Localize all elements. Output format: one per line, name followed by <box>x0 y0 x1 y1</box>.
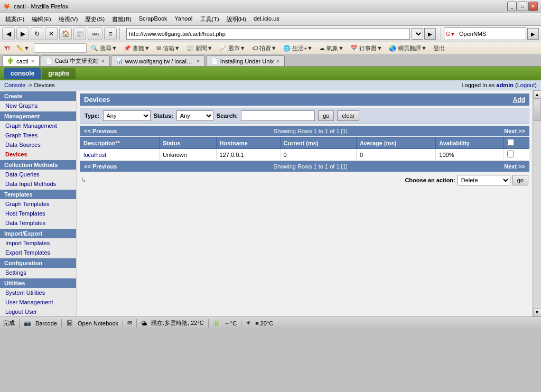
sidebar-item-import-templates[interactable]: Import Templates <box>0 238 76 248</box>
maximize-button[interactable]: □ <box>518 2 527 11</box>
menu-edit[interactable]: 編輯(E) <box>29 14 54 24</box>
prev-page-top[interactable]: << Previous <box>84 128 117 134</box>
tab-close-cacti[interactable]: ✕ <box>31 59 35 64</box>
add-device-link[interactable]: Add <box>513 96 525 104</box>
top-pager-row: << Previous Showing Rows 1 to 1 of 1 [1]… <box>80 126 529 136</box>
yahoo-calendar[interactable]: 📅 行事曆▼ <box>348 44 385 53</box>
yahoo-toolbar: Y! ✏️▼ 🔍 搜尋▼ 📌 書籤▼ ✉ 信箱▼ 📰 新聞▼ 📈 股市▼ 🏷 拍… <box>0 42 541 54</box>
sidebar-item-graph-templates[interactable]: Graph Templates <box>0 199 76 209</box>
next-page-bottom[interactable]: Next >> <box>504 163 525 170</box>
yahoo-search-input[interactable] <box>34 43 87 53</box>
yahoo-search-btn[interactable]: 🔍 搜尋▼ <box>89 44 119 53</box>
yahoo-life[interactable]: 🌐 生活+▼ <box>281 44 315 53</box>
status-select[interactable]: Any <box>176 110 213 121</box>
table-row: localhost Unknown 127.0.0.1 0 0 100% <box>80 149 529 161</box>
scroll-up-arrow[interactable]: ▲ <box>533 90 542 99</box>
yahoo-news[interactable]: 📰 新聞▼ <box>184 44 215 53</box>
forward-button[interactable]: ▶ <box>16 27 29 40</box>
sidebar-item-host-templates[interactable]: Host Templates <box>0 209 76 218</box>
menu-scrapbook[interactable]: ScrapBook <box>136 14 171 24</box>
yahoo-logout[interactable]: 登出 <box>431 44 447 53</box>
tab-console[interactable]: console <box>4 68 41 79</box>
browser-tab-installing[interactable]: 📄 Installing Under Unix ✕ <box>206 55 285 66</box>
yahoo-y-button[interactable]: Y! <box>2 44 12 52</box>
sidebar-item-data-templates[interactable]: Data Templates <box>0 218 76 228</box>
search-filter-input[interactable] <box>241 110 315 121</box>
bottom-pager-row: << Previous Showing Rows 1 to 1 of 1 [1]… <box>80 161 529 172</box>
search-input[interactable] <box>457 28 526 40</box>
tab-close-installing[interactable]: ✕ <box>276 59 280 64</box>
sidebar-item-new-graphs[interactable]: New Graphs <box>0 101 76 110</box>
back-button[interactable]: ◀ <box>2 27 15 40</box>
yahoo-weather[interactable]: ☁ 氣象▼ <box>317 44 346 53</box>
sidebar-item-data-queries[interactable]: Data Queries <box>0 170 76 179</box>
browser-tab-cacti[interactable]: 🌵 cacti ✕ <box>2 55 40 66</box>
address-go-button[interactable]: ▶ <box>424 28 436 40</box>
menu-delicious[interactable]: del.icio.us <box>250 14 283 24</box>
yahoo-stocks[interactable]: 📈 股市▼ <box>217 44 248 53</box>
tab-close-pma[interactable]: ✕ <box>196 59 200 64</box>
stop-button[interactable]: ✕ <box>45 27 58 40</box>
sidebar-item-user-management[interactable]: User Management <box>0 297 76 307</box>
action-go-button[interactable]: go <box>512 175 528 185</box>
device-link-localhost[interactable]: localhost <box>83 152 106 158</box>
logout-link[interactable]: Logout <box>517 82 535 88</box>
sidebar-item-graph-trees[interactable]: Graph Trees <box>0 130 76 140</box>
row-checkbox-localhost[interactable] <box>507 151 514 157</box>
browser-tab-pma[interactable]: 📊 www.wolfgang.tw / localhost / cacti l … <box>111 55 205 66</box>
home-button[interactable]: 🏠 <box>59 27 72 40</box>
go-button[interactable]: go <box>318 110 334 121</box>
yahoo-auction[interactable]: 🏷 拍賣▼ <box>250 44 279 53</box>
menu-help[interactable]: 說明(H) <box>223 14 249 24</box>
sidebar-item-data-sources[interactable]: Data Sources <box>0 140 76 150</box>
sidebar-item-logout-user[interactable]: Logout User <box>0 307 76 316</box>
search-go-button[interactable]: ▶ <box>527 28 539 40</box>
tab-close-cacticn[interactable]: ✕ <box>101 59 105 64</box>
minimize-button[interactable]: _ <box>507 2 517 11</box>
clear-button[interactable]: clear <box>337 110 359 121</box>
yahoo-bookmarks[interactable]: 📌 書籤▼ <box>122 44 152 53</box>
vertical-scrollbar[interactable]: ▲ ▼ <box>533 90 541 316</box>
status-battery-val: ←°C <box>225 320 237 326</box>
sidebar-item-graph-management[interactable]: Graph Management <box>0 121 76 130</box>
select-all-checkbox[interactable] <box>507 139 514 146</box>
breadcrumb: Console -> Devices <box>4 82 55 88</box>
tag-button[interactable]: TAG <box>88 27 102 40</box>
type-select[interactable]: Any <box>103 110 151 121</box>
browser-tab-cacti-cn[interactable]: 📄 Cacti 中文研究站 ✕ <box>41 55 110 66</box>
yahoo-mail[interactable]: ✉ 信箱▼ <box>154 44 182 53</box>
sidebar-item-system-utilities[interactable]: System Utilities <box>0 288 76 297</box>
list-button[interactable]: ≡ <box>104 27 117 40</box>
address-input[interactable] <box>126 28 410 40</box>
status-sep-6 <box>241 319 241 328</box>
yahoo-pencil[interactable]: ✏️▼ <box>14 44 32 52</box>
scroll-down-arrow[interactable]: ▼ <box>533 308 542 316</box>
breadcrumb-console-link[interactable]: Console <box>4 82 25 88</box>
scroll-thumb[interactable] <box>534 100 541 121</box>
sidebar-item-data-input-methods[interactable]: Data Input Methods <box>0 179 76 189</box>
search-label: Search: <box>217 113 238 119</box>
reload-button[interactable]: ↻ <box>31 27 43 40</box>
status-notebook: Open Notebook <box>78 320 118 326</box>
bookmark-button[interactable]: 📰 <box>73 27 86 40</box>
scroll-track[interactable] <box>534 99 541 308</box>
yahoo-translate[interactable]: 🌏 網頁翻譯▼ <box>387 44 429 53</box>
menu-tools[interactable]: 工具(T) <box>197 14 222 24</box>
action-select[interactable]: Delete <box>458 175 510 185</box>
menu-view[interactable]: 檢視(V) <box>55 14 81 24</box>
menu-history[interactable]: 歷史(S) <box>82 14 108 24</box>
menu-bookmarks[interactable]: 書籤(B) <box>109 14 135 24</box>
next-page-top[interactable]: Next >> <box>504 128 525 134</box>
sidebar-item-export-templates[interactable]: Export Templates <box>0 248 76 257</box>
sidebar-item-devices[interactable]: Devices <box>0 150 76 159</box>
browser-titlebar: 🦊 cacti - Mozilla Firefox _ □ ✕ <box>0 0 541 13</box>
prev-page-bottom[interactable]: << Previous <box>84 163 117 170</box>
username-link[interactable]: admin <box>497 82 514 88</box>
close-button[interactable]: ✕ <box>528 2 538 11</box>
address-dropdown[interactable] <box>412 28 423 40</box>
menu-file[interactable]: 檔案(F) <box>2 14 27 24</box>
status-ready: 完成 <box>3 319 15 327</box>
menu-yahoo[interactable]: Yahoo! <box>172 14 196 24</box>
sidebar-item-settings[interactable]: Settings <box>0 268 76 277</box>
tab-graphs[interactable]: graphs <box>42 68 76 79</box>
